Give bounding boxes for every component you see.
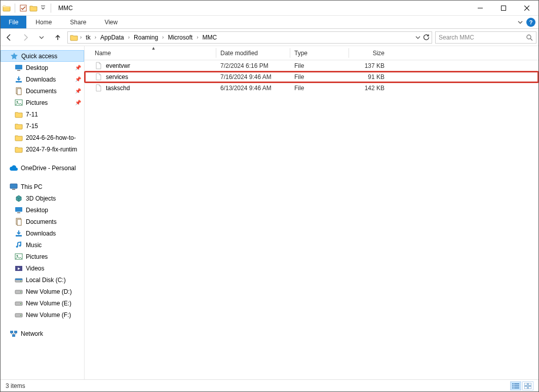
refresh-button[interactable]: [422, 34, 430, 41]
thumbnails-view-button[interactable]: [522, 381, 533, 390]
label: Local Disk (C:): [26, 277, 66, 284]
recent-locations-button[interactable]: [35, 31, 48, 44]
sidebar-item[interactable]: Documents📌: [1, 85, 84, 97]
label: Network: [21, 330, 43, 337]
new-folder-icon[interactable]: [29, 4, 37, 12]
ribbon-expand-icon[interactable]: [517, 19, 523, 25]
sidebar-item[interactable]: Music: [1, 239, 84, 251]
svg-rect-37: [514, 383, 519, 384]
breadcrumb-segment[interactable]: Roaming: [132, 34, 160, 41]
sidebar-item[interactable]: 7-15: [1, 120, 84, 132]
nav-quick-access[interactable]: Quick access: [1, 50, 84, 62]
svg-rect-9: [17, 89, 21, 95]
table-row[interactable]: taskschd6/13/2024 9:46 AMFile142 KB: [85, 83, 538, 94]
chevron-right-icon[interactable]: ›: [127, 34, 131, 40]
column-type[interactable]: Type: [290, 46, 349, 60]
maximize-button[interactable]: [492, 1, 515, 16]
drive-icon: [15, 311, 23, 319]
file-icon: [95, 84, 103, 92]
nav-network[interactable]: Network: [1, 328, 84, 339]
help-button[interactable]: ?: [526, 18, 535, 27]
navigation-pane: Quick access Desktop📌Downloads📌Documents…: [1, 46, 85, 379]
svg-rect-39: [514, 385, 519, 386]
file-date: 7/16/2024 9:46 AM: [216, 73, 290, 81]
sidebar-item[interactable]: Videos: [1, 262, 84, 274]
address-bar[interactable]: › tk › AppData › Roaming › Microsoft › M…: [67, 31, 432, 44]
label: New Volume (D:): [26, 288, 72, 295]
tab-share[interactable]: Share: [61, 16, 95, 28]
properties-icon[interactable]: [19, 4, 27, 12]
breadcrumb-segment[interactable]: Microsoft: [166, 34, 195, 41]
svg-point-19: [16, 246, 18, 248]
minimize-button[interactable]: [469, 1, 492, 16]
breadcrumb-segment[interactable]: MMC: [200, 34, 219, 41]
sidebar-item[interactable]: Downloads: [1, 227, 84, 239]
folder-icon: [15, 122, 23, 130]
up-button[interactable]: [51, 31, 64, 44]
qat-dropdown-icon[interactable]: [40, 5, 47, 12]
breadcrumb-segment[interactable]: tk: [84, 34, 92, 41]
sidebar-item[interactable]: Local Disk (C:): [1, 274, 84, 286]
sidebar-item[interactable]: Downloads📌: [1, 73, 84, 85]
nav-this-pc[interactable]: This PC: [1, 181, 84, 192]
title-bar: MMC: [1, 1, 538, 16]
network-icon: [10, 330, 18, 338]
chevron-right-icon[interactable]: ›: [196, 34, 199, 40]
drive-icon: [15, 288, 23, 296]
details-view-button[interactable]: [510, 381, 521, 390]
ribbon: File Home Share View ?: [1, 16, 538, 29]
file-type: File: [290, 62, 349, 69]
svg-rect-35: [12, 334, 15, 337]
nav-onedrive[interactable]: OneDrive - Personal: [1, 162, 84, 174]
sidebar-item[interactable]: Documents: [1, 216, 84, 227]
svg-rect-36: [512, 383, 514, 384]
sidebar-item[interactable]: Desktop: [1, 204, 84, 216]
sidebar-item[interactable]: 7-11: [1, 108, 84, 120]
sidebar-item[interactable]: 2024-6-26-how-to-: [1, 132, 84, 143]
column-size[interactable]: Size: [349, 46, 389, 60]
sidebar-item[interactable]: New Volume (E:): [1, 297, 84, 309]
label: Desktop: [26, 64, 48, 71]
file-size: 137 KB: [349, 62, 389, 69]
tab-home[interactable]: Home: [26, 16, 61, 28]
sidebar-item[interactable]: New Volume (F:): [1, 309, 84, 321]
column-name[interactable]: Name▲: [91, 46, 216, 60]
svg-point-4: [527, 35, 531, 39]
sidebar-item[interactable]: Pictures📌: [1, 97, 84, 108]
sidebar-item[interactable]: 3D Objects: [1, 192, 84, 204]
downloads-icon: [15, 75, 23, 84]
back-button[interactable]: [3, 31, 16, 44]
close-button[interactable]: [515, 1, 538, 16]
svg-rect-33: [10, 331, 13, 333]
chevron-right-icon[interactable]: ›: [79, 34, 83, 40]
sidebar-item[interactable]: Desktop📌: [1, 62, 84, 73]
file-size: 142 KB: [349, 85, 389, 92]
search-box[interactable]: [435, 31, 536, 44]
sidebar-item[interactable]: New Volume (D:): [1, 286, 84, 297]
documents-icon: [15, 218, 23, 226]
desktop-icon: [15, 64, 23, 72]
breadcrumb-segment[interactable]: AppData: [98, 34, 126, 41]
file-size: 91 KB: [349, 73, 389, 81]
column-date[interactable]: Date modified: [216, 46, 290, 60]
svg-rect-3: [502, 6, 506, 10]
tab-view[interactable]: View: [95, 16, 127, 28]
svg-rect-1: [41, 6, 45, 6]
search-input[interactable]: [439, 34, 526, 41]
address-dropdown-icon[interactable]: [415, 35, 420, 40]
folder-icon: [70, 33, 78, 42]
chevron-right-icon[interactable]: ›: [94, 34, 97, 40]
file-tab[interactable]: File: [1, 16, 26, 28]
forward-button[interactable]: [19, 31, 32, 44]
folder-icon: [15, 145, 23, 153]
file-list: Name▲ Date modified Type Size eventvwr7/…: [85, 46, 538, 379]
svg-rect-17: [17, 219, 21, 225]
chevron-right-icon[interactable]: ›: [161, 34, 165, 40]
table-row[interactable]: services7/16/2024 9:46 AMFile91 KB: [85, 71, 538, 83]
sidebar-item[interactable]: Pictures: [1, 251, 84, 262]
sidebar-item[interactable]: 2024-7-9-fix-runtim: [1, 143, 84, 155]
svg-point-22: [17, 255, 18, 256]
file-name: eventvwr: [106, 62, 130, 69]
separator: [51, 4, 51, 13]
table-row[interactable]: eventvwr7/2/2024 6:16 PMFile137 KB: [85, 60, 538, 71]
